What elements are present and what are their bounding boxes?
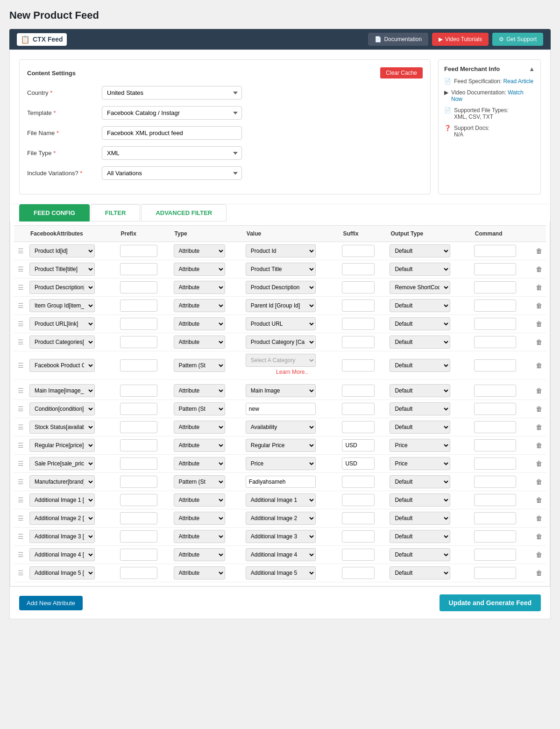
delete-row-button[interactable]: 🗑	[534, 264, 544, 274]
prefix-input[interactable]	[120, 403, 157, 415]
value-select[interactable]: Availability	[246, 421, 316, 434]
add-new-attribute-button[interactable]: Add New Attribute	[19, 596, 83, 610]
value-select[interactable]: Additional Image 4	[246, 548, 316, 561]
type-select[interactable]: Attribute	[174, 493, 225, 507]
attribute-select[interactable]: Additional Image 3 [ad	[29, 530, 95, 543]
type-select[interactable]: Attribute	[174, 281, 225, 294]
prefix-input[interactable]	[120, 263, 157, 275]
drag-handle-icon[interactable]: ☰	[16, 247, 26, 255]
learn-more-link[interactable]: Learn More..	[246, 367, 339, 377]
value-select[interactable]: Additional Image 3	[246, 530, 316, 543]
variations-select[interactable]: All Variations No Variations	[102, 166, 242, 180]
type-select[interactable]: Attribute	[174, 530, 225, 543]
command-input[interactable]	[474, 245, 516, 257]
filetype-select[interactable]: XML CSV TXT	[102, 146, 242, 160]
type-select[interactable]: Attribute	[174, 421, 225, 434]
attribute-select[interactable]: Stock Status[availabilit	[29, 421, 95, 434]
delete-row-button[interactable]: 🗑	[534, 361, 544, 370]
prefix-input[interactable]	[120, 530, 157, 543]
prefix-input[interactable]	[120, 439, 157, 451]
value-select[interactable]: Price	[246, 457, 316, 470]
tab-advanced-filter[interactable]: ADVANCED FILTER	[141, 204, 227, 222]
attribute-select[interactable]: Product URL[link]	[29, 317, 95, 330]
value-select[interactable]: Regular Price	[246, 439, 316, 452]
drag-handle-icon[interactable]: ☰	[16, 496, 26, 504]
type-select[interactable]: Attribute	[174, 566, 225, 579]
tab-filter[interactable]: FILTER	[91, 204, 141, 222]
type-select[interactable]: Pattern (St	[174, 475, 225, 488]
value-select[interactable]: Parent Id [Group Id]	[246, 299, 316, 312]
command-input[interactable]	[474, 300, 516, 312]
suffix-input[interactable]	[342, 567, 375, 579]
command-input[interactable]	[474, 457, 516, 470]
delete-row-button[interactable]: 🗑	[534, 283, 544, 292]
delete-row-button[interactable]: 🗑	[534, 337, 544, 347]
drag-handle-icon[interactable]: ☰	[16, 362, 26, 369]
output-type-select[interactable]: Default	[390, 421, 450, 434]
output-type-select[interactable]: Default	[390, 317, 450, 330]
output-type-select[interactable]: Default	[390, 493, 450, 507]
attribute-select[interactable]: Additional Image 5 [ad	[29, 566, 95, 579]
output-type-select[interactable]: Default	[390, 548, 450, 561]
clear-cache-button[interactable]: Clear Cache	[380, 67, 423, 79]
output-type-select[interactable]: Price	[390, 439, 450, 452]
suffix-input[interactable]	[342, 549, 375, 561]
prefix-input[interactable]	[120, 336, 157, 348]
suffix-input[interactable]	[342, 336, 375, 348]
command-input[interactable]	[474, 512, 516, 524]
filename-input[interactable]	[102, 126, 242, 140]
attribute-select[interactable]: Manufacturer[brand]	[29, 475, 95, 488]
drag-handle-icon[interactable]: ☰	[16, 320, 26, 328]
attribute-select[interactable]: Condition[condition]	[29, 402, 95, 415]
prefix-input[interactable]	[120, 476, 157, 488]
type-select[interactable]: Attribute	[174, 263, 225, 276]
command-input[interactable]	[474, 403, 516, 415]
prefix-input[interactable]	[120, 567, 157, 579]
command-input[interactable]	[474, 567, 516, 579]
value-select[interactable]: Product Description	[246, 281, 316, 294]
drag-handle-icon[interactable]: ☰	[16, 460, 26, 467]
delete-row-button[interactable]: 🗑	[534, 319, 544, 329]
command-input[interactable]	[474, 263, 516, 275]
prefix-input[interactable]	[120, 549, 157, 561]
update-generate-button[interactable]: Update and Generate Feed	[439, 594, 541, 611]
delete-row-button[interactable]: 🗑	[534, 246, 544, 256]
output-type-select[interactable]: Default	[390, 512, 450, 525]
command-input[interactable]	[474, 281, 516, 293]
drag-handle-icon[interactable]: ☰	[16, 569, 26, 577]
command-input[interactable]	[474, 549, 516, 561]
prefix-input[interactable]	[120, 318, 157, 330]
delete-row-button[interactable]: 🗑	[534, 404, 544, 414]
suffix-input[interactable]	[342, 300, 375, 312]
attribute-select[interactable]: Additional Image 2 [ad	[29, 512, 95, 525]
output-type-select[interactable]: Price	[390, 457, 450, 470]
output-type-select[interactable]: Default	[390, 336, 450, 349]
drag-handle-icon[interactable]: ☰	[16, 338, 26, 346]
prefix-input[interactable]	[120, 457, 157, 470]
type-select[interactable]: Pattern (St	[174, 359, 225, 372]
drag-handle-icon[interactable]: ☰	[16, 515, 26, 522]
suffix-input[interactable]	[342, 385, 375, 397]
attribute-select[interactable]: Main Image[image_link	[29, 384, 95, 397]
type-select[interactable]: Attribute	[174, 548, 225, 561]
drag-handle-icon[interactable]: ☰	[16, 405, 26, 413]
tab-feed-config[interactable]: FEED CONFIG	[19, 204, 90, 222]
suffix-input[interactable]	[342, 530, 375, 543]
drag-handle-icon[interactable]: ☰	[16, 284, 26, 291]
prefix-input[interactable]	[120, 359, 157, 372]
get-support-button[interactable]: ⚙ Get Support	[492, 33, 543, 46]
value-select[interactable]: Select A Category	[246, 354, 316, 367]
prefix-input[interactable]	[120, 385, 157, 397]
delete-row-button[interactable]: 🗑	[534, 568, 544, 578]
output-type-select[interactable]: Default	[390, 530, 450, 543]
drag-handle-icon[interactable]: ☰	[16, 551, 26, 558]
suffix-input[interactable]	[342, 403, 375, 415]
attribute-select[interactable]: Product Title[title]	[29, 263, 95, 276]
value-select[interactable]: Main Image	[246, 384, 316, 397]
type-select[interactable]: Attribute	[174, 299, 225, 312]
country-select[interactable]: United States United Kingdom Canada	[102, 86, 242, 100]
attribute-select[interactable]: Regular Price[price]	[29, 439, 95, 452]
suffix-input[interactable]	[342, 421, 375, 433]
attribute-select[interactable]: Additional Image 4 [ad	[29, 548, 95, 561]
suffix-input[interactable]	[342, 494, 375, 506]
